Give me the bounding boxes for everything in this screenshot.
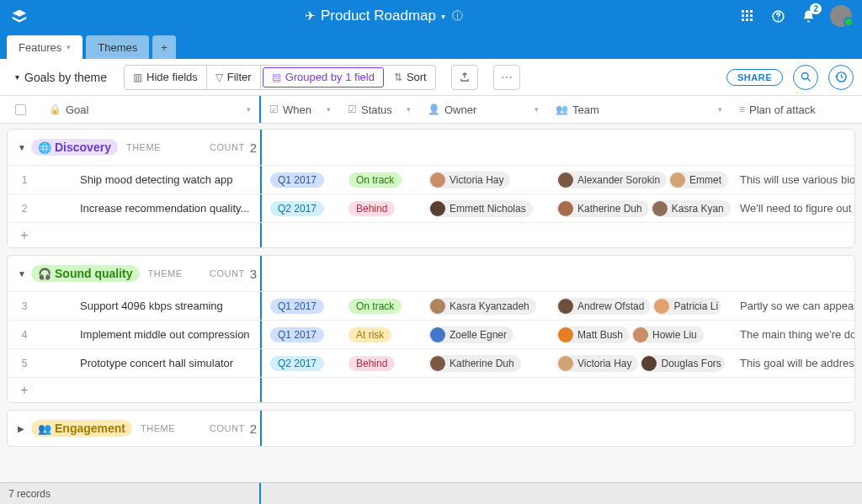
cell-status[interactable]: On track	[340, 292, 420, 320]
person-chip[interactable]: Katherine Duh	[428, 355, 521, 372]
cell-plan[interactable]: This goal will be address	[732, 349, 854, 377]
theme-emoji: 🌐	[38, 141, 51, 154]
cell-owner[interactable]: Emmett Nicholas	[420, 194, 548, 222]
search-button[interactable]	[793, 65, 818, 90]
cell-goal[interactable]: Implement middle out compression	[41, 321, 260, 348]
person-chip[interactable]: Andrew Ofstad	[556, 298, 651, 315]
cell-status[interactable]: Behind	[340, 349, 420, 377]
cell-plan[interactable]: The main thing we're do	[732, 321, 854, 348]
sort-button[interactable]: ⇅ Sort	[386, 66, 435, 89]
cell-goal[interactable]: Prototype concert hall simulator	[41, 349, 260, 377]
group-button[interactable]: ▤ Grouped by 1 field	[263, 67, 384, 88]
cell-team[interactable]: Andrew OfstadPatricia Li	[548, 292, 732, 320]
cell-status[interactable]: At risk	[340, 321, 420, 348]
table-row[interactable]: 1 Ship mood detecting watch app Q1 2017 …	[8, 165, 854, 194]
theme-name: Sound quality	[55, 267, 133, 280]
cell-plan[interactable]: We'll need to figure out t	[732, 194, 854, 222]
person-chip[interactable]: Patricia Li	[652, 298, 721, 315]
tab-features[interactable]: Features	[7, 35, 82, 59]
filter-button[interactable]: ▽ Filter	[207, 66, 261, 89]
cell-when[interactable]: Q1 2017	[260, 321, 340, 348]
person-chip[interactable]: Kasra Kyan	[651, 200, 731, 217]
cell-team[interactable]: Katherine DuhKasra Kyan	[548, 194, 732, 222]
cell-owner[interactable]: Victoria Hay	[420, 166, 548, 194]
person-name: Howie Liu	[652, 329, 697, 341]
view-switcher[interactable]: ▾ Goals by theme	[8, 67, 114, 88]
person-chip[interactable]: Katherine Duh	[556, 200, 649, 217]
person-chip[interactable]: Matt Bush	[556, 326, 630, 343]
apps-icon[interactable]	[739, 8, 756, 24]
add-row[interactable]: +	[8, 377, 854, 402]
more-options-button[interactable]: ⋯	[493, 65, 520, 90]
cell-when[interactable]: Q2 2017	[260, 349, 340, 377]
table-row[interactable]: 5 Prototype concert hall simulator Q2 20…	[8, 348, 854, 377]
svg-rect-1	[746, 10, 748, 13]
avatar	[430, 172, 445, 188]
avatar	[558, 201, 573, 216]
column-plan-label: Plan of attack	[749, 103, 816, 116]
cell-status[interactable]: On track	[340, 166, 420, 194]
cell-team[interactable]: Alexander SorokinEmmet	[548, 166, 732, 194]
notifications-icon[interactable]: 2	[800, 8, 817, 24]
cell-owner[interactable]: Zoelle Egner	[420, 321, 548, 348]
person-chip[interactable]: Emmet	[668, 172, 728, 188]
add-row[interactable]: +	[8, 222, 854, 247]
person-chip[interactable]: Emmett Nicholas	[428, 200, 533, 217]
tab-themes[interactable]: Themes	[86, 35, 149, 59]
cell-when[interactable]: Q1 2017	[260, 292, 340, 320]
table-row[interactable]: 2 Increase recommendation quality... Q2 …	[8, 194, 854, 222]
row-number: 3	[8, 292, 41, 320]
cell-team[interactable]: Matt BushHowie Liu	[548, 321, 732, 348]
history-button[interactable]	[828, 65, 854, 90]
person-chip[interactable]: Zoelle Egner	[428, 326, 513, 343]
cell-when[interactable]: Q1 2017	[260, 166, 340, 194]
table-row[interactable]: 3 Support 4096 kbps streaming Q1 2017 On…	[8, 291, 854, 320]
share-options-button[interactable]	[451, 65, 478, 90]
table-row[interactable]: 4 Implement middle out compression Q1 20…	[8, 320, 854, 348]
caret-down-icon: ▾	[407, 105, 411, 114]
cell-owner[interactable]: Kasra Kyanzadeh	[420, 292, 548, 320]
cell-when[interactable]: Q2 2017	[260, 194, 340, 222]
group-header[interactable]: ▼ 🌐 Discovery THEME COUNT 2	[8, 130, 854, 165]
column-goal[interactable]: 🔒 Goal ▾	[40, 96, 259, 123]
column-plan[interactable]: ≡ Plan of attack	[731, 96, 862, 123]
cell-team[interactable]: Victoria HayDouglas Fors	[548, 349, 732, 377]
status-pill: On track	[349, 299, 402, 314]
help-icon[interactable]	[769, 8, 786, 24]
column-when[interactable]: ☑ When ▾	[259, 96, 339, 123]
share-button[interactable]: SHARE	[726, 69, 783, 86]
cell-plan[interactable]: Partly so we can appeas	[732, 292, 854, 320]
user-avatar[interactable]	[830, 5, 852, 27]
filter-label: Filter	[227, 71, 252, 83]
person-chip[interactable]: Alexander Sorokin	[556, 172, 667, 188]
person-chip[interactable]: Howie Liu	[631, 326, 704, 343]
airplane-icon: ✈	[305, 8, 316, 24]
app-logo-icon[interactable]	[10, 7, 29, 25]
group-header[interactable]: ▶ 👥 Engagement THEME COUNT 2	[8, 411, 854, 446]
person-chip[interactable]: Victoria Hay	[556, 355, 638, 372]
cell-owner[interactable]: Katherine Duh	[420, 349, 548, 377]
person-chip[interactable]: Douglas Fors	[640, 355, 724, 372]
column-owner[interactable]: 👤 Owner ▾	[419, 96, 547, 123]
select-all-checkbox[interactable]	[0, 96, 40, 123]
lock-icon: 🔒	[49, 103, 61, 115]
column-status[interactable]: ☑ Status ▾	[339, 96, 419, 123]
when-pill: Q1 2017	[270, 172, 324, 188]
person-chip[interactable]: Kasra Kyanzadeh	[428, 298, 536, 315]
cell-status[interactable]: Behind	[340, 194, 420, 222]
base-title[interactable]: ✈ Product Roadmap ▾ ⓘ	[305, 8, 463, 24]
add-tab-button[interactable]: +	[152, 35, 176, 59]
cell-goal[interactable]: Ship mood detecting watch app	[41, 166, 260, 194]
column-team[interactable]: 👥 Team ▾	[547, 96, 731, 123]
cell-plan[interactable]: This will use various bio	[732, 166, 854, 194]
group-header[interactable]: ▼ 🎧 Sound quality THEME COUNT 3	[8, 256, 854, 291]
when-pill: Q2 2017	[270, 201, 324, 216]
person-name: Matt Bush	[577, 329, 623, 341]
person-chip[interactable]: Victoria Hay	[428, 172, 510, 188]
person-name: Douglas Fors	[661, 358, 721, 369]
group-icon: ▤	[272, 72, 281, 83]
hide-fields-button[interactable]: ▥ Hide fields	[125, 66, 207, 89]
cell-goal[interactable]: Support 4096 kbps streaming	[41, 292, 260, 320]
cell-goal[interactable]: Increase recommendation quality...	[41, 194, 260, 222]
info-icon[interactable]: ⓘ	[452, 8, 463, 24]
